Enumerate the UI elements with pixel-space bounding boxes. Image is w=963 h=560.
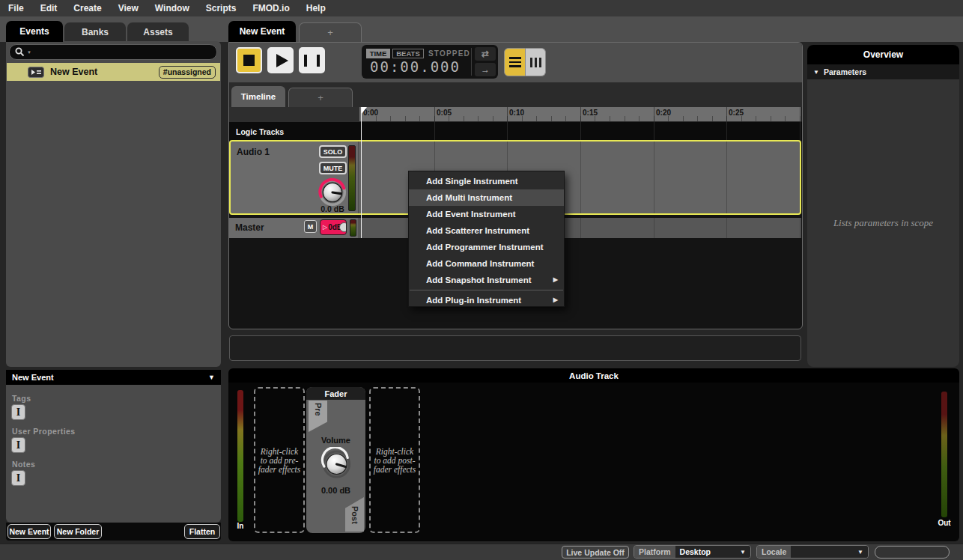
- event-properties-header[interactable]: New Event ▼: [6, 370, 221, 385]
- master-fader[interactable]: ▷ 0dB: [320, 219, 347, 235]
- loop-icon: ⇄: [482, 49, 489, 59]
- transport-divider: [471, 48, 472, 76]
- fader-play-icon: ▷: [323, 224, 327, 231]
- menu-view[interactable]: View: [110, 3, 147, 13]
- ruler-tick-label: 0:10: [509, 109, 524, 117]
- follow-arrow-icon: →: [481, 64, 490, 75]
- menu-fmodio[interactable]: FMOD.io: [244, 3, 297, 13]
- stop-button[interactable]: [236, 47, 262, 73]
- master-track-name[interactable]: Master: [235, 222, 264, 233]
- tags-label: Tags: [12, 394, 31, 403]
- fader-volume-knob[interactable]: [320, 447, 353, 481]
- properties-event-name: New Event: [12, 373, 54, 382]
- timeline-overview-strip[interactable]: [229, 335, 801, 361]
- add-tag-button[interactable]: I: [11, 404, 25, 420]
- menu-edit[interactable]: Edit: [32, 3, 66, 13]
- event-icon: [28, 67, 44, 78]
- dropdown-arrow-icon[interactable]: ▼: [740, 549, 746, 556]
- menu-item-add-snapshot-instrument[interactable]: Add Snapshot Instrument▶: [409, 272, 564, 288]
- logic-tracks-lane[interactable]: [359, 122, 801, 141]
- playback-time: 00:00.000: [370, 58, 464, 75]
- search-input[interactable]: ▼: [9, 44, 217, 60]
- ruler-tick-label: 0:20: [656, 109, 671, 117]
- ibeam-icon: I: [16, 407, 20, 419]
- tracks-view-toggle[interactable]: [504, 48, 526, 76]
- playhead-marker-icon[interactable]: [361, 107, 367, 115]
- lanes-view-toggle[interactable]: [526, 48, 546, 76]
- parameters-section-header[interactable]: ▼ Parameters: [807, 64, 959, 79]
- platform-selector[interactable]: Platform Desktop ▼: [634, 545, 751, 559]
- follow-playhead-button[interactable]: →: [475, 63, 496, 76]
- menu-file[interactable]: File: [0, 3, 32, 13]
- menu-item-add-scatterer-instrument[interactable]: Add Scatterer Instrument: [409, 222, 564, 239]
- post-tab-label: Post: [350, 506, 359, 532]
- add-user-property-button[interactable]: I: [11, 437, 25, 453]
- ibeam-icon: I: [16, 439, 20, 451]
- tab-banks[interactable]: Banks: [64, 22, 126, 42]
- add-instrument-context-menu: Add Single Instrument Add Multi Instrume…: [408, 171, 565, 307]
- output-meter-label: Out: [933, 519, 956, 527]
- master-mute-button[interactable]: M: [304, 220, 317, 233]
- menu-item-add-command-instrument[interactable]: Add Command Instrument: [409, 255, 564, 272]
- live-update-button[interactable]: Live Update Off: [562, 546, 629, 559]
- pre-fader-effects-slot[interactable]: Right-click to add pre-fader effects: [254, 387, 305, 533]
- play-button[interactable]: [267, 47, 294, 73]
- search-icon: [15, 47, 25, 57]
- flatten-button[interactable]: Flatten: [184, 524, 220, 539]
- playhead-line[interactable]: [361, 107, 362, 238]
- locale-label: Locale: [757, 546, 791, 558]
- output-level-meter: [941, 392, 947, 517]
- post-fader-effects-slot[interactable]: Right-click to add post-fader effects: [369, 387, 420, 533]
- menu-create[interactable]: Create: [65, 3, 109, 13]
- user-properties-label: User Properties: [12, 427, 76, 436]
- menu-help[interactable]: Help: [298, 3, 334, 13]
- dropdown-arrow-icon[interactable]: ▼: [857, 549, 863, 556]
- bank-assignment-badge[interactable]: #unassigned: [159, 66, 216, 79]
- menu-item-add-multi-instrument[interactable]: Add Multi Instrument: [409, 189, 564, 206]
- tab-timeline[interactable]: Timeline: [231, 86, 285, 107]
- collapse-triangle-icon[interactable]: ▼: [813, 69, 819, 76]
- menu-window[interactable]: Window: [147, 3, 198, 13]
- audio-track-name[interactable]: Audio 1: [237, 147, 270, 157]
- track-volume-knob[interactable]: [317, 176, 348, 207]
- tab-assets[interactable]: Assets: [127, 22, 189, 42]
- beats-mode-toggle[interactable]: BEATS: [392, 49, 424, 58]
- tab-new-event[interactable]: New Event: [228, 21, 296, 42]
- locale-selector[interactable]: Locale ▼: [756, 545, 869, 559]
- add-event-tab-button[interactable]: +: [299, 22, 362, 42]
- menu-item-add-event-instrument[interactable]: Add Event Instrument: [409, 206, 564, 222]
- loop-playback-button[interactable]: ⇄: [475, 47, 496, 61]
- events-browser-panel: [6, 41, 221, 367]
- tab-events[interactable]: Events: [6, 21, 63, 42]
- notes-label: Notes: [12, 460, 35, 469]
- ruler-tick-label: 0:25: [729, 109, 744, 117]
- logic-tracks-label: Logic Tracks: [236, 127, 284, 136]
- master-level-meter: [350, 219, 356, 237]
- submenu-arrow-icon: ▶: [553, 292, 558, 308]
- menu-item-add-programmer-instrument[interactable]: Add Programmer Instrument: [409, 239, 564, 255]
- new-event-button[interactable]: New Event: [7, 524, 51, 539]
- new-folder-button[interactable]: New Folder: [54, 524, 102, 539]
- fader-volume-label: Volume: [306, 436, 365, 445]
- menu-item-label: Add Snapshot Instrument: [426, 276, 532, 284]
- search-options-caret-icon[interactable]: ▼: [27, 50, 31, 55]
- event-list-item[interactable]: New Event #unassigned: [7, 63, 220, 81]
- menu-bar: File Edit Create View Window Scripts FMO…: [0, 0, 963, 16]
- status-message-box: [875, 546, 950, 559]
- pause-button[interactable]: [299, 47, 325, 73]
- menu-scripts[interactable]: Scripts: [198, 3, 245, 13]
- menu-item-add-single-instrument[interactable]: Add Single Instrument: [409, 173, 564, 189]
- mute-button[interactable]: MUTE: [319, 162, 347, 174]
- collapse-triangle-icon[interactable]: ▼: [208, 374, 215, 381]
- event-properties-panel: [6, 385, 221, 523]
- timeline-ruler[interactable]: 0:00 0:05 0:10 0:15 0:20 0:25: [359, 107, 801, 122]
- time-mode-toggle[interactable]: TIME: [366, 49, 390, 58]
- solo-button[interactable]: SOLO: [319, 145, 347, 158]
- input-level-meter: [237, 390, 243, 522]
- platform-value: Desktop: [680, 547, 711, 556]
- menu-item-add-plugin-instrument[interactable]: Add Plug-in Instrument▶: [409, 292, 564, 308]
- menu-separator: [410, 290, 563, 290]
- edit-notes-button[interactable]: I: [11, 470, 25, 486]
- add-parameter-tab-button[interactable]: +: [288, 88, 353, 107]
- track-level-meter: [348, 145, 356, 211]
